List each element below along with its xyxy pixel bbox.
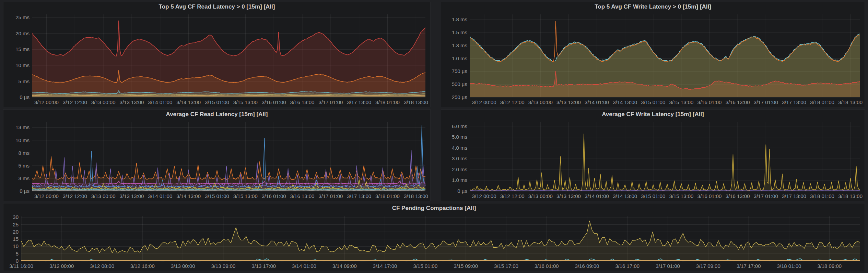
svg-text:3/17 01:00: 3/17 01:00 — [754, 99, 778, 105]
svg-text:3/12 00:00: 3/12 00:00 — [472, 193, 496, 199]
svg-text:3/16 09:00: 3/16 09:00 — [575, 263, 599, 269]
svg-text:3/18 13:00: 3/18 13:00 — [838, 193, 863, 199]
svg-text:3/13 13:00: 3/13 13:00 — [120, 99, 144, 105]
svg-text:3 ms: 3 ms — [18, 175, 30, 181]
svg-text:750 µs: 750 µs — [452, 68, 467, 74]
chart-average-cf-read-latency[interactable]: 3/12 00:003/12 12:003/13 00:003/13 13:00… — [3, 119, 430, 201]
grafana-dashboard: { "page": { "background": "#202124", "pa… — [0, 0, 868, 273]
svg-text:3/16 17:00: 3/16 17:00 — [615, 263, 640, 269]
svg-text:30: 30 — [13, 214, 19, 220]
chart-average-cf-write-latency[interactable]: 3/12 00:003/12 12:003/13 00:003/13 13:00… — [441, 119, 865, 201]
svg-text:3/13 13:00: 3/13 13:00 — [556, 99, 581, 105]
svg-text:3/13 13:00: 3/13 13:00 — [556, 193, 581, 199]
svg-text:3/18 01:00: 3/18 01:00 — [810, 99, 834, 105]
svg-text:3/15 13:00: 3/15 13:00 — [669, 99, 693, 105]
svg-text:3/13 17:00: 3/13 17:00 — [251, 263, 276, 269]
svg-text:25: 25 — [13, 222, 19, 227]
svg-text:3/15 17:00: 3/15 17:00 — [494, 263, 518, 269]
svg-text:5 ms: 5 ms — [18, 163, 30, 169]
svg-text:15: 15 — [13, 236, 19, 242]
svg-text:3/16 01:00: 3/16 01:00 — [262, 193, 286, 199]
svg-text:3/16 13:00: 3/16 13:00 — [726, 99, 750, 105]
svg-text:3/16 01:00: 3/16 01:00 — [697, 99, 722, 105]
svg-text:3/18 09:00: 3/18 09:00 — [817, 263, 842, 269]
svg-text:3/14 13:00: 3/14 13:00 — [176, 99, 201, 105]
panel-average-cf-read-latency: Average CF Read Latency [15m] [All] 3/12… — [3, 110, 430, 201]
svg-text:3/14 17:00: 3/14 17:00 — [373, 263, 397, 269]
svg-text:3/18 01:00: 3/18 01:00 — [375, 193, 400, 199]
svg-text:3/16 13:00: 3/16 13:00 — [290, 193, 315, 199]
svg-text:0: 0 — [16, 258, 19, 264]
svg-text:3/13 00:00: 3/13 00:00 — [91, 193, 116, 199]
panel-title-top5-cf-write-latency[interactable]: Top 5 Avg CF Write Latency > 0 [15m] [Al… — [441, 2, 865, 11]
svg-text:3/12 00:00: 3/12 00:00 — [472, 99, 496, 105]
svg-text:3/14 01:00: 3/14 01:00 — [148, 99, 172, 105]
svg-text:3/15 13:00: 3/15 13:00 — [233, 99, 258, 105]
svg-text:3/14 09:00: 3/14 09:00 — [332, 263, 357, 269]
svg-text:3/18 13:00: 3/18 13:00 — [404, 193, 428, 199]
svg-text:10 ms: 10 ms — [15, 137, 30, 143]
chart-top5-cf-read-latency[interactable]: 3/12 00:003/12 12:003/13 00:003/13 13:00… — [3, 11, 430, 107]
svg-text:3/15 01:00: 3/15 01:00 — [641, 99, 665, 105]
svg-text:3/11 16:00: 3/11 16:00 — [9, 263, 33, 269]
svg-text:3/13 00:00: 3/13 00:00 — [528, 99, 553, 105]
panel-cf-pending-compactions: CF Pending Compactions [All] 3/11 16:003… — [3, 203, 865, 271]
panel-title-cf-pending-compactions[interactable]: CF Pending Compactions [All] — [3, 203, 865, 212]
chart-cf-pending-compactions[interactable]: 3/11 16:003/12 00:003/12 08:003/12 16:00… — [3, 212, 865, 271]
panel-average-cf-write-latency: Average CF Write Latency [15m] [All] 3/1… — [441, 110, 865, 201]
svg-text:0 µs: 0 µs — [20, 188, 30, 194]
svg-text:3/17 01:00: 3/17 01:00 — [318, 99, 343, 105]
line-avg-write-purple — [470, 190, 860, 191]
svg-text:3/12 08:00: 3/12 08:00 — [90, 263, 114, 269]
svg-text:1.8 ms: 1.8 ms — [452, 16, 467, 22]
svg-text:15 ms: 15 ms — [15, 46, 30, 52]
svg-text:3/12 00:00: 3/12 00:00 — [34, 193, 59, 199]
svg-text:3/17 17:00: 3/17 17:00 — [737, 263, 761, 269]
chart-top5-cf-write-latency[interactable]: 3/12 00:003/12 12:003/13 00:003/13 13:00… — [441, 11, 865, 107]
svg-text:3/17 01:00: 3/17 01:00 — [656, 263, 680, 269]
svg-text:3/16 01:00: 3/16 01:00 — [535, 263, 559, 269]
svg-text:5.0 ms: 5.0 ms — [452, 134, 467, 140]
svg-text:3/17 01:00: 3/17 01:00 — [754, 193, 778, 199]
svg-text:3/12 00:00: 3/12 00:00 — [34, 99, 59, 105]
svg-text:3/16 01:00: 3/16 01:00 — [697, 193, 722, 199]
svg-text:3/16 01:00: 3/16 01:00 — [262, 99, 286, 105]
svg-text:3/12 12:00: 3/12 12:00 — [500, 99, 525, 105]
svg-text:10: 10 — [13, 243, 19, 249]
panel-top5-cf-write-latency: Top 5 Avg CF Write Latency > 0 [15m] [Al… — [441, 2, 865, 107]
area-avg-write-gold — [470, 134, 860, 191]
svg-text:25 ms: 25 ms — [15, 14, 30, 20]
svg-text:2.0 ms: 2.0 ms — [452, 166, 467, 172]
svg-text:3/14 13:00: 3/14 13:00 — [613, 99, 637, 105]
svg-text:3/15 01:00: 3/15 01:00 — [413, 263, 437, 269]
svg-text:3/16 13:00: 3/16 13:00 — [726, 193, 750, 199]
svg-text:3/18 01:00: 3/18 01:00 — [810, 193, 834, 199]
svg-text:1.0 ms: 1.0 ms — [452, 177, 467, 183]
panel-title-average-cf-read-latency[interactable]: Average CF Read Latency [15m] [All] — [3, 110, 430, 119]
svg-text:3/14 13:00: 3/14 13:00 — [176, 193, 201, 199]
svg-text:3/13 13:00: 3/13 13:00 — [120, 193, 144, 199]
svg-text:20: 20 — [13, 229, 19, 235]
svg-text:5: 5 — [16, 251, 19, 257]
svg-text:3.0 ms: 3.0 ms — [452, 156, 467, 161]
svg-text:3/14 01:00: 3/14 01:00 — [292, 263, 316, 269]
svg-text:250 µs: 250 µs — [452, 94, 467, 100]
svg-text:3/18 01:00: 3/18 01:00 — [375, 99, 400, 105]
svg-text:0 µs: 0 µs — [457, 188, 467, 194]
svg-text:1.0 ms: 1.0 ms — [452, 55, 467, 61]
svg-text:3/12 12:00: 3/12 12:00 — [63, 99, 87, 105]
svg-text:3/17 13:00: 3/17 13:00 — [347, 99, 371, 105]
svg-text:3/17 09:00: 3/17 09:00 — [696, 263, 720, 269]
svg-text:3/15 01:00: 3/15 01:00 — [205, 99, 229, 105]
panel-title-top5-cf-read-latency[interactable]: Top 5 Avg CF Read Latency > 0 [15m] [All… — [3, 2, 430, 11]
svg-text:3/12 12:00: 3/12 12:00 — [63, 193, 87, 199]
svg-text:3/17 13:00: 3/17 13:00 — [782, 99, 806, 105]
panel-title-average-cf-write-latency[interactable]: Average CF Write Latency [15m] [All] — [441, 110, 865, 119]
svg-text:3/15 01:00: 3/15 01:00 — [641, 193, 665, 199]
line-avg-write-gold — [470, 134, 860, 191]
svg-text:500 µs: 500 µs — [452, 81, 467, 87]
svg-text:6.0 ms: 6.0 ms — [452, 123, 467, 129]
svg-text:3/17 13:00: 3/17 13:00 — [782, 193, 806, 199]
svg-text:3/13 09:00: 3/13 09:00 — [211, 263, 235, 269]
svg-text:3/12 12:00: 3/12 12:00 — [500, 193, 525, 199]
